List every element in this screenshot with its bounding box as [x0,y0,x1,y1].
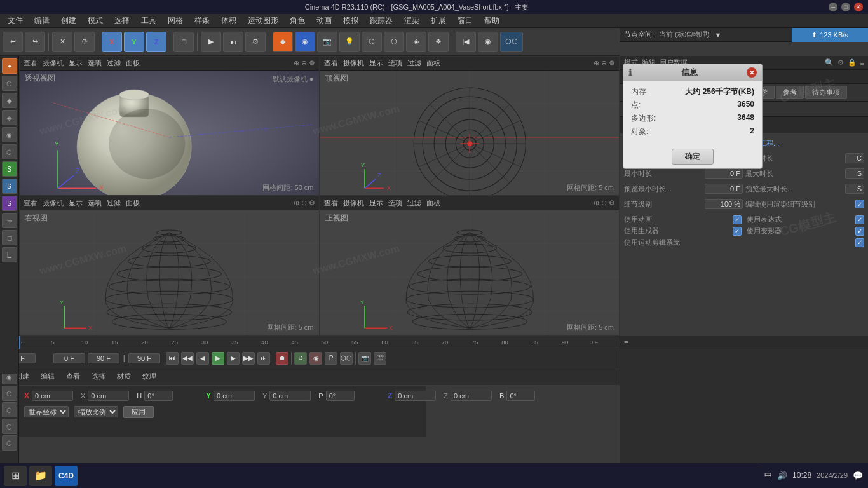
menu-animate[interactable]: 动画 [311,14,337,27]
vp-right-view[interactable]: 查看 [24,198,37,208]
vp-right-cam[interactable]: 摄像机 [43,198,64,208]
maximize-button[interactable]: □ [841,3,850,11]
obj-tab-material[interactable]: 材质 [113,370,135,383]
file-explorer-button[interactable]: 📁 [29,466,52,486]
deform-btn[interactable]: ◈ [406,32,426,52]
rp-pvmax-input[interactable] [845,184,864,194]
obj-tab-select[interactable]: 选择 [88,370,109,383]
sphere-button[interactable]: ◉ [295,32,315,52]
film-button[interactable]: 🎬 [374,352,386,365]
prev-key-button[interactable]: ◀◀ [181,352,194,365]
coord-x-size[interactable] [88,391,129,401]
vp-persp-view[interactable]: 查看 [24,58,37,68]
lp-icon-5[interactable]: ⬡ [2,144,17,159]
start-frame-input[interactable] [53,353,85,363]
menu-mograph[interactable]: 运动图形 [243,14,283,27]
menu-select[interactable]: 选择 [109,14,135,27]
lp-icon-s3[interactable]: S [2,196,17,211]
lp-icon-s1[interactable]: S [2,161,17,177]
lp-icon-0[interactable]: ✦ [2,58,17,74]
vp-front-panel[interactable]: 面板 [426,198,440,208]
coord-y-pos[interactable] [214,391,255,401]
timeline-ruler[interactable]: 0 0 5 10 15 20 25 30 35 40 45 50 55 60 6… [0,336,620,349]
light-button[interactable]: 💡 [339,32,360,52]
close-button[interactable]: ✕ [854,3,863,11]
geo-btn1[interactable]: ⬡ [362,32,382,52]
menu-tools[interactable]: 工具 [136,14,161,27]
axis-y-button[interactable]: Y [124,32,144,52]
vp-top-cam[interactable]: 摄像机 [343,58,364,68]
menu-spline[interactable]: 样条 [189,14,215,27]
motion-path-button[interactable]: ⬡⬡ [340,352,353,365]
obj-icon-3[interactable]: ⬡ [2,402,17,417]
menu-volume[interactable]: 体积 [216,14,241,27]
mode-btn3[interactable]: ⬡⬡ [500,32,523,52]
vp-right-display[interactable]: 显示 [69,198,83,208]
vp-right-panel[interactable]: 面板 [126,198,140,208]
next-key-button[interactable]: ▶▶ [242,352,255,365]
record-button[interactable]: ⏺ [276,352,288,365]
snap-button[interactable]: 📷 [358,352,371,365]
dialog-ok-button[interactable]: 确定 [672,149,714,165]
menu-extend[interactable]: 扩展 [426,14,451,27]
menu-render[interactable]: 渲染 [399,14,424,27]
lp-icon-pivot[interactable]: ↪ [2,213,17,228]
vp-persp-options[interactable]: 选项 [88,58,102,68]
vp-persp-display[interactable]: 显示 [69,58,83,68]
vp-top-panel[interactable]: 面板 [426,58,440,68]
mode-btn1[interactable]: |◀ [456,32,476,52]
render-settings-button[interactable]: ⚙ [245,32,266,52]
play-button[interactable]: ▶ [212,352,224,365]
rp-mintime-input[interactable] [705,168,743,179]
vp-right-options[interactable]: 选项 [88,198,102,208]
obj-tab-view[interactable]: 查看 [62,370,84,383]
rp-lod-editor-check[interactable]: ✓ [855,200,864,208]
obj-icon-2[interactable]: ⬡ [2,386,17,401]
coord-b-rot[interactable] [506,391,535,401]
menu-simulate[interactable]: 模拟 [338,14,363,27]
vp-front-view[interactable]: 查看 [324,198,338,208]
end-frame-input[interactable] [88,353,119,363]
rp-tab-todo[interactable]: 待办事项 [805,86,847,99]
axis-x-button[interactable]: X [102,32,122,52]
cinema4d-button[interactable]: C4D [55,466,78,486]
menu-file[interactable]: 文件 [3,14,28,27]
dialog-close-button[interactable]: ✕ [747,67,757,78]
apply-button[interactable]: 应用 [123,406,154,418]
rp-tab-ref[interactable]: 参考 [776,86,804,99]
vp-persp-cam[interactable]: 摄像机 [43,58,64,68]
perspective-viewport[interactable]: 查看 摄像机 显示 选项 过滤 面板 ⊕⊖⚙ [19,56,320,196]
mode-btn2[interactable]: ◉ [478,32,498,52]
lp-icon-s2[interactable]: S [2,179,17,194]
input-method-icon[interactable]: 中 [764,470,772,481]
menu-help[interactable]: 帮助 [479,14,505,27]
coord-p-rot[interactable] [326,391,355,401]
obj-tab-texture[interactable]: 纹理 [139,370,160,383]
node-space-arrow[interactable]: ▼ [715,31,722,39]
obj-icon-4[interactable]: ⬡ [2,419,17,434]
step-back-button[interactable]: ◀ [196,352,209,365]
obj-icon-5[interactable]: ⬡ [2,435,17,451]
camera-button[interactable]: 📷 [317,32,337,52]
start-button[interactable]: ⊞ [4,466,27,486]
vp-front-cam[interactable]: 摄像机 [343,198,364,208]
mograph-btn[interactable]: ❖ [428,32,449,52]
go-end-button[interactable]: ⏭ [257,352,270,365]
volume-icon[interactable]: 🔊 [777,471,787,480]
vp-top-filter[interactable]: 过滤 [407,58,421,68]
vp-front-display[interactable]: 显示 [369,198,383,208]
render-button[interactable]: ⏯ [223,32,243,52]
minimize-button[interactable]: ─ [829,3,837,11]
preview-button[interactable]: P [325,352,337,365]
tl-tick-area[interactable]: 0 5 10 15 20 25 30 35 40 45 50 55 60 65 … [19,336,620,349]
notification-icon[interactable]: 💬 [853,471,863,480]
go-start-button[interactable]: ⏮ [166,352,179,365]
vp-front-options[interactable]: 选项 [388,198,402,208]
menu-edit[interactable]: 编辑 [29,14,55,27]
vp-persp-filter[interactable]: 过滤 [107,58,121,68]
lp-icon-4[interactable]: ◉ [2,127,17,142]
lp-icon-box2[interactable]: ◻ [2,230,17,245]
coord-h-rot[interactable] [144,391,173,401]
rotate-button[interactable]: ⟳ [74,32,95,52]
step-fwd-button[interactable]: ▶ [227,352,240,365]
